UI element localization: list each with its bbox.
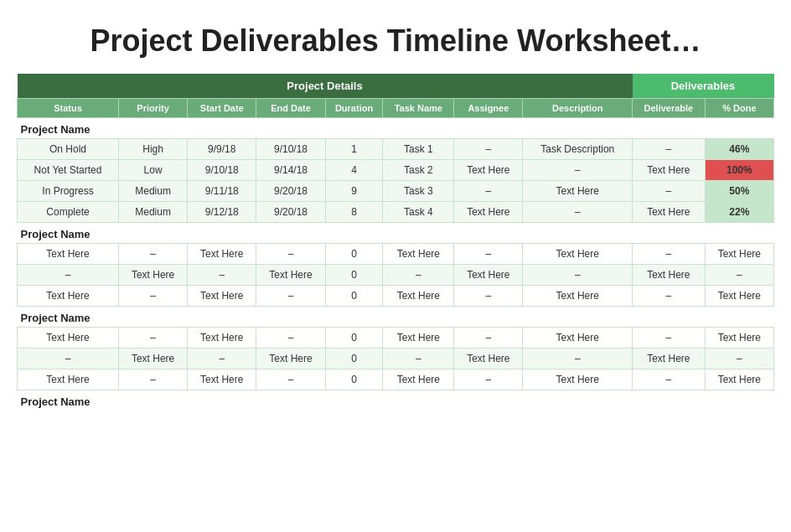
col-priority: Priority (118, 99, 187, 118)
section-label-row: Project Name (18, 118, 774, 139)
cell-status: On Hold (18, 139, 119, 160)
cell-task-name: Text Here (383, 369, 454, 390)
cell-status: Complete (18, 202, 119, 223)
col-deliverable: Deliverable (633, 99, 706, 118)
cell-start-date: Text Here (188, 244, 256, 265)
cell-duration: 1 (325, 139, 383, 160)
main-table: Project Details Deliverables Status Prio… (17, 74, 774, 411)
cell-assignee: – (454, 286, 523, 307)
cell-deliverable: Text Here (633, 349, 706, 369)
cell-duration: 8 (325, 202, 383, 223)
cell-duration: 0 (325, 349, 383, 369)
cell-pct-done: 50% (705, 181, 773, 202)
cell-description: – (523, 202, 633, 223)
cell-description: Text Here (523, 181, 633, 202)
cell-pct-done: 22% (705, 202, 773, 223)
col-end-date: End Date (256, 99, 325, 118)
cell-priority: Text Here (118, 265, 187, 286)
cell-pct-done: Text Here (705, 286, 773, 307)
cell-pct-done: Text Here (705, 369, 773, 390)
cell-status: Text Here (18, 369, 119, 390)
cell-start-date: – (188, 265, 256, 286)
table-row: CompleteMedium9/12/189/20/188Task 4Text … (18, 202, 774, 223)
cell-end-date: 9/14/18 (256, 160, 325, 181)
cell-description: Text Here (523, 369, 633, 390)
cell-description: – (523, 160, 633, 181)
cell-start-date: 9/11/18 (188, 181, 256, 202)
cell-pct-done: 100% (705, 160, 773, 181)
table-row: Text Here–Text Here–0Text Here–Text Here… (18, 328, 774, 349)
cell-priority: – (118, 328, 187, 349)
cell-task-name: Text Here (383, 328, 454, 349)
cell-assignee: Text Here (454, 265, 523, 286)
deliverables-header: Deliverables (633, 74, 774, 99)
cell-deliverable: – (633, 181, 706, 202)
col-duration: Duration (325, 99, 383, 118)
table-row: Not Yet StartedLow9/10/189/14/184Task 2T… (18, 160, 774, 181)
column-header-row: Status Priority Start Date End Date Dura… (18, 99, 774, 118)
cell-end-date: 9/20/18 (256, 202, 325, 223)
cell-task-name: Text Here (383, 244, 454, 265)
cell-end-date: 9/20/18 (256, 181, 325, 202)
cell-status: Text Here (18, 244, 119, 265)
cell-status: Text Here (18, 286, 119, 307)
cell-status: Not Yet Started (18, 160, 119, 181)
cell-priority: Medium (118, 181, 187, 202)
cell-description: Text Here (523, 328, 633, 349)
cell-pct-done: Text Here (705, 244, 773, 265)
cell-duration: 0 (325, 286, 383, 307)
cell-start-date: Text Here (188, 286, 256, 307)
group-header-row: Project Details Deliverables (18, 74, 774, 99)
cell-duration: 9 (325, 181, 383, 202)
cell-start-date: Text Here (188, 369, 256, 390)
cell-description: – (523, 265, 633, 286)
section-label-row: Project Name (18, 307, 774, 328)
table-row: On HoldHigh9/9/189/10/181Task 1–Task Des… (18, 139, 774, 160)
section-label-row: Project Name (18, 390, 774, 411)
cell-deliverable: – (633, 244, 706, 265)
cell-end-date: – (256, 369, 325, 390)
cell-start-date: 9/12/18 (188, 202, 256, 223)
cell-assignee: Text Here (454, 202, 523, 223)
cell-deliverable: – (633, 328, 706, 349)
cell-task-name: – (383, 265, 454, 286)
cell-assignee: – (454, 139, 523, 160)
cell-pct-done: Text Here (705, 328, 773, 349)
cell-priority: Low (118, 160, 187, 181)
section-label: Project Name (18, 223, 774, 244)
cell-assignee: – (454, 369, 523, 390)
cell-deliverable: Text Here (633, 265, 706, 286)
cell-description: Text Here (523, 286, 633, 307)
cell-deliverable: – (633, 286, 706, 307)
cell-assignee: – (454, 244, 523, 265)
cell-status: – (18, 265, 119, 286)
cell-deliverable: – (633, 139, 706, 160)
cell-task-name: Text Here (383, 286, 454, 307)
cell-priority: – (118, 286, 187, 307)
col-description: Description (523, 99, 633, 118)
table-row: –Text Here–Text Here0–Text Here–Text Her… (18, 265, 774, 286)
cell-start-date: 9/9/18 (188, 139, 256, 160)
cell-assignee: Text Here (454, 349, 523, 369)
cell-duration: 0 (325, 244, 383, 265)
cell-pct-done: 46% (705, 139, 773, 160)
cell-end-date: Text Here (256, 265, 325, 286)
cell-duration: 0 (325, 328, 383, 349)
cell-status: In Progress (18, 181, 119, 202)
cell-end-date: – (256, 286, 325, 307)
col-status: Status (18, 99, 119, 118)
cell-status: – (18, 349, 119, 369)
cell-duration: 0 (325, 265, 383, 286)
cell-task-name: – (383, 349, 454, 369)
cell-start-date: 9/10/18 (188, 160, 256, 181)
col-pct-done: % Done (705, 99, 773, 118)
cell-assignee: – (454, 328, 523, 349)
cell-priority: Text Here (118, 349, 187, 369)
cell-priority: – (118, 244, 187, 265)
section-label: Project Name (18, 307, 774, 328)
cell-end-date: Text Here (256, 349, 325, 369)
cell-deliverable: Text Here (633, 202, 706, 223)
cell-task-name: Task 4 (383, 202, 454, 223)
table-row: Text Here–Text Here–0Text Here–Text Here… (18, 244, 774, 265)
cell-duration: 4 (325, 160, 383, 181)
